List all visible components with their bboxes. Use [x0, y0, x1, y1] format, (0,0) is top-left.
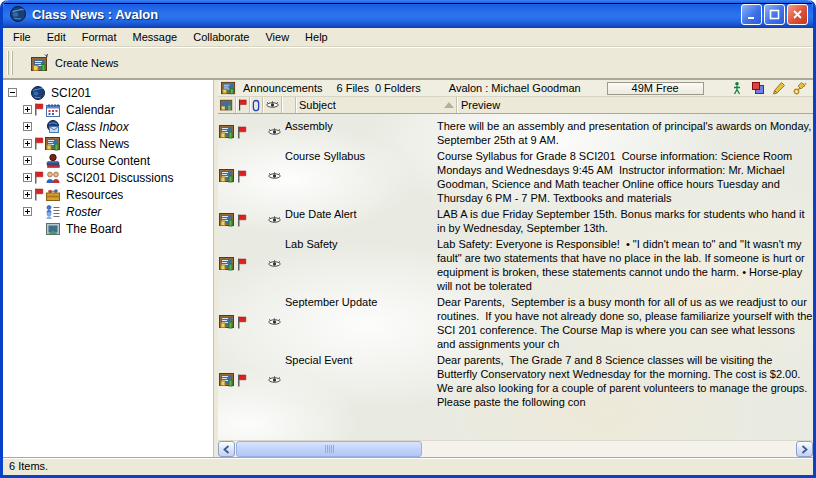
scrollbar-track[interactable]: [422, 441, 796, 457]
close-button[interactable]: [787, 4, 808, 25]
unread-flag-icon: [235, 351, 248, 409]
content-icon: [45, 153, 61, 169]
tree-item-sci201-discussions[interactable]: SCI201 Discussions: [3, 169, 213, 186]
expand-expander[interactable]: [23, 207, 32, 216]
preview-column-header[interactable]: Preview: [456, 97, 813, 113]
menu-format[interactable]: Format: [74, 29, 125, 45]
board-icon: [45, 221, 61, 237]
tree-item-class-inbox[interactable]: Class Inbox: [3, 118, 213, 135]
message-preview: There will be an assembly and presentati…: [433, 117, 813, 147]
tree-item-resources[interactable]: Resources: [3, 186, 213, 203]
message-preview: Course Syllabus for Grade 8 SCI201 Cours…: [433, 147, 813, 205]
attachment-cell: [248, 351, 263, 409]
minimize-button[interactable]: [741, 4, 762, 25]
tree-item-label: SCI201 Discussions: [64, 171, 175, 185]
tree-item-class-news[interactable]: Class News: [3, 135, 213, 152]
viewed-eye-icon: [263, 205, 285, 235]
news-icon: [45, 136, 61, 152]
roster-icon: [45, 204, 61, 220]
expand-expander[interactable]: [23, 173, 32, 182]
tree-item-the-board[interactable]: The Board: [3, 220, 213, 237]
message-preview: Lab Safety: Everyone is Responsible! • "…: [433, 235, 813, 293]
message-row[interactable]: Lab SafetyLab Safety: Everyone is Respon…: [218, 235, 813, 293]
panel-title: Announcements: [243, 82, 323, 94]
maximize-button[interactable]: [764, 4, 785, 25]
message-row[interactable]: Special EventDear parents, The Grade 7 a…: [218, 351, 813, 409]
tree-item-sci201[interactable]: SCI201: [3, 84, 213, 101]
layers-icon[interactable]: [751, 81, 765, 95]
expand-expander[interactable]: [23, 122, 32, 131]
menu-file[interactable]: File: [5, 29, 39, 45]
viewed-eye-icon: [263, 147, 285, 205]
discussions-icon: [45, 170, 61, 186]
unread-flag-icon: [235, 117, 248, 147]
create-news-button[interactable]: Create News: [23, 50, 126, 76]
scroll-right-button[interactable]: [796, 441, 813, 457]
message-row[interactable]: Due Date AlertLAB A is due Friday Septem…: [218, 205, 813, 235]
unread-flag-icon: [235, 205, 248, 235]
message-subject: Special Event: [285, 351, 433, 409]
tree-item-label: The Board: [64, 222, 124, 236]
announcements-icon: [221, 81, 236, 96]
column-header: Subject Preview: [218, 97, 813, 114]
menu-help[interactable]: Help: [297, 29, 336, 45]
tree-item-label: Resources: [64, 188, 125, 202]
inbox-icon: [45, 119, 61, 135]
unread-flag-cell: [32, 137, 45, 150]
toolbar-grip[interactable]: [5, 51, 15, 75]
status-bar: 6 Items.: [3, 457, 813, 474]
tree-item-label: SCI201: [49, 86, 93, 100]
main-area: SCI201CalendarClass InboxClass NewsCours…: [3, 79, 813, 457]
menu-message[interactable]: Message: [125, 29, 186, 45]
message-row[interactable]: Course SyllabusCourse Syllabus for Grade…: [218, 147, 813, 205]
expand-expander[interactable]: [23, 190, 32, 199]
toolbar: Create News: [3, 47, 813, 79]
message-subject: Course Syllabus: [285, 147, 433, 205]
attachment-cell: [248, 293, 263, 351]
unread-flag-icon: [235, 147, 248, 205]
message-subject: Due Date Alert: [285, 205, 433, 235]
scroll-left-button[interactable]: [218, 441, 235, 457]
collapse-expander[interactable]: [8, 88, 17, 97]
tree-item-course-content[interactable]: Course Content: [3, 152, 213, 169]
column-icon-header[interactable]: [218, 97, 236, 113]
scrollbar-thumb[interactable]: [236, 441, 422, 457]
unread-flag-cell: [32, 188, 45, 201]
news-item-icon: [218, 205, 235, 235]
attachment-cell: [248, 235, 263, 293]
subject-column-header[interactable]: Subject: [296, 97, 442, 113]
conference-tree-panel: SCI201CalendarClass InboxClass NewsCours…: [3, 80, 214, 457]
tree-item-label: Calendar: [64, 103, 117, 117]
unread-flag-icon: [235, 293, 248, 351]
storage-free-indicator: 49M Free: [607, 82, 704, 95]
expand-expander[interactable]: [23, 105, 32, 114]
attachment-cell: [248, 205, 263, 235]
sort-ascending-icon[interactable]: [442, 97, 456, 113]
column-flag-header[interactable]: [236, 97, 250, 113]
menu-view[interactable]: View: [257, 29, 297, 45]
tree-item-roster[interactable]: Roster: [3, 203, 213, 220]
attachment-cell: [248, 117, 263, 147]
tree-item-label: Class News: [64, 137, 131, 151]
expand-expander[interactable]: [23, 156, 32, 165]
app-globe-icon: [9, 5, 27, 23]
tree-item-calendar[interactable]: Calendar: [3, 101, 213, 118]
app-window: Class News : Avalon FileEditFormatMessag…: [0, 0, 816, 478]
title-bar[interactable]: Class News : Avalon: [3, 0, 813, 28]
expand-expander[interactable]: [23, 139, 32, 148]
column-viewed-header[interactable]: [263, 97, 282, 113]
member-icon[interactable]: [730, 81, 744, 95]
info-bar-tools: [730, 81, 807, 95]
menu-edit[interactable]: Edit: [39, 29, 74, 45]
viewed-eye-icon: [263, 117, 285, 147]
message-row[interactable]: AssemblyThere will be an assembly and pr…: [218, 117, 813, 147]
message-row[interactable]: September UpdateDear Parents, September …: [218, 293, 813, 351]
message-subject: Assembly: [285, 117, 433, 147]
menu-collaborate[interactable]: Collaborate: [185, 29, 257, 45]
key-pencil-icon[interactable]: [793, 81, 807, 95]
message-preview: LAB A is due Friday September 15th. Bonu…: [433, 205, 813, 235]
collapse-all-button[interactable]: [282, 97, 296, 113]
info-bar: Announcements 6 Files 0 Folders Avalon :…: [218, 80, 813, 97]
pencil-icon[interactable]: [772, 81, 786, 95]
column-attachment-header[interactable]: [250, 97, 263, 113]
